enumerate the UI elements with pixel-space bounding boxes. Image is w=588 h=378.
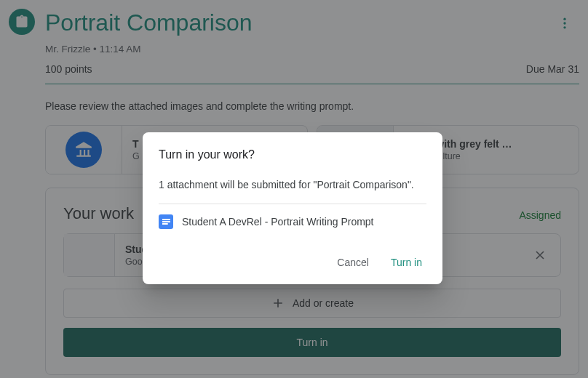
- dialog-attachment-name: Student A DevRel - Portrait Writing Prom…: [182, 216, 374, 228]
- dialog-divider: [159, 204, 426, 204]
- dialog-body: 1 attachment will be submitted for "Port…: [159, 179, 426, 190]
- google-doc-icon: [159, 214, 173, 229]
- cancel-button[interactable]: Cancel: [333, 251, 373, 274]
- turn-in-dialog: Turn in your work? 1 attachment will be …: [143, 132, 442, 284]
- dialog-attachment-row: Student A DevRel - Portrait Writing Prom…: [159, 214, 426, 229]
- confirm-turn-in-button[interactable]: Turn in: [386, 251, 426, 274]
- dialog-title: Turn in your work?: [159, 148, 426, 161]
